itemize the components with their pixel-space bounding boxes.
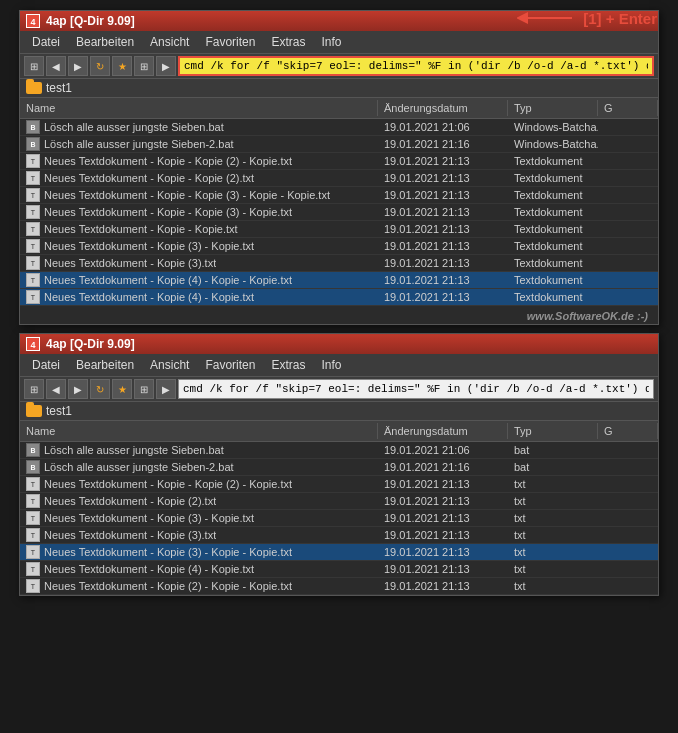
file-name: Neues Textdokument - Kopie - Kopie (2) -… bbox=[44, 478, 292, 490]
tb-star-btn-2[interactable]: ★ bbox=[112, 379, 132, 399]
address-bar-2[interactable] bbox=[178, 379, 654, 399]
file-name-cell: T Neues Textdokument - Kopie (3) - Kopie… bbox=[20, 510, 378, 526]
table-row[interactable]: T Neues Textdokument - Kopie (4) - Kopie… bbox=[20, 272, 658, 289]
table-row[interactable]: T Neues Textdokument - Kopie (4) - Kopie… bbox=[20, 561, 658, 578]
menu-info-1[interactable]: Info bbox=[313, 33, 349, 51]
table-row[interactable]: T Neues Textdokument - Kopie - Kopie (2)… bbox=[20, 153, 658, 170]
menu-bar-2: Datei Bearbeiten Ansicht Favoriten Extra… bbox=[20, 354, 658, 377]
table-row[interactable]: T Neues Textdokument - Kopie (4) - Kopie… bbox=[20, 289, 658, 306]
table-row[interactable]: T Neues Textdokument - Kopie (3) - Kopie… bbox=[20, 510, 658, 527]
col-name-2[interactable]: Name bbox=[20, 423, 378, 439]
tb-star-btn-1[interactable]: ★ bbox=[112, 56, 132, 76]
bat-icon: B bbox=[26, 443, 40, 457]
bat-icon: B bbox=[26, 120, 40, 134]
table-row[interactable]: B Lösch alle ausser jungste Sieben-2.bat… bbox=[20, 136, 658, 153]
tb-refresh-btn-2[interactable]: ↻ bbox=[90, 379, 110, 399]
toolbar-2: ⊞ ◀ ▶ ↻ ★ ⊞ ▶ bbox=[20, 377, 658, 402]
txt-icon: T bbox=[26, 222, 40, 236]
table-row[interactable]: T Neues Textdokument - Kopie - Kopie (2)… bbox=[20, 170, 658, 187]
tb-back-btn-2[interactable]: ◀ bbox=[46, 379, 66, 399]
menu-bearbeiten-1[interactable]: Bearbeiten bbox=[68, 33, 142, 51]
file-g-cell bbox=[598, 296, 658, 298]
file-date-cell: 19.01.2021 21:13 bbox=[378, 494, 508, 508]
table-row[interactable]: T Neues Textdokument - Kopie (3).txt 19.… bbox=[20, 255, 658, 272]
file-name: Neues Textdokument - Kopie - Kopie (3) -… bbox=[44, 189, 330, 201]
table-row[interactable]: T Neues Textdokument - Kopie (3).txt 19.… bbox=[20, 527, 658, 544]
tb-go-btn-1[interactable]: ▶ bbox=[156, 56, 176, 76]
file-type-cell: txt bbox=[508, 477, 598, 491]
tb-fwd-btn-1[interactable]: ▶ bbox=[68, 56, 88, 76]
table-row[interactable]: T Neues Textdokument - Kopie - Kopie (2)… bbox=[20, 476, 658, 493]
menu-bar-1: Datei Bearbeiten Ansicht Favoriten Extra… bbox=[20, 31, 658, 54]
file-name: Lösch alle ausser jungste Sieben-2.bat bbox=[44, 138, 234, 150]
file-name-cell: T Neues Textdokument - Kopie (3) - Kopie… bbox=[20, 544, 378, 560]
file-name-cell: T Neues Textdokument - Kopie - Kopie (3)… bbox=[20, 187, 378, 203]
folder-icon-1 bbox=[26, 82, 42, 94]
tb-grid-btn-1[interactable]: ⊞ bbox=[24, 56, 44, 76]
tb-refresh-btn-1[interactable]: ↻ bbox=[90, 56, 110, 76]
file-name: Neues Textdokument - Kopie (2) - Kopie -… bbox=[44, 580, 292, 592]
file-date-cell: 19.01.2021 21:13 bbox=[378, 205, 508, 219]
menu-ansicht-1[interactable]: Ansicht bbox=[142, 33, 197, 51]
table-row[interactable]: T Neues Textdokument - Kopie (2).txt 19.… bbox=[20, 493, 658, 510]
file-list-1: Name Änderungsdatum Typ G B Lösch alle a… bbox=[20, 98, 658, 306]
col-type-1[interactable]: Typ bbox=[508, 100, 598, 116]
file-name-cell: T Neues Textdokument - Kopie - Kopie.txt bbox=[20, 221, 378, 237]
file-type-cell: Textdokument bbox=[508, 205, 598, 219]
tb-fwd-btn-2[interactable]: ▶ bbox=[68, 379, 88, 399]
file-type-cell: txt bbox=[508, 562, 598, 576]
txt-icon: T bbox=[26, 528, 40, 542]
menu-bearbeiten-2[interactable]: Bearbeiten bbox=[68, 356, 142, 374]
menu-datei-1[interactable]: Datei bbox=[24, 33, 68, 51]
menu-extras-1[interactable]: Extras bbox=[263, 33, 313, 51]
table-row[interactable]: B Lösch alle ausser jungste Sieben.bat 1… bbox=[20, 119, 658, 136]
file-g-cell bbox=[598, 500, 658, 502]
address-bar-1[interactable] bbox=[178, 56, 654, 76]
menu-extras-2[interactable]: Extras bbox=[263, 356, 313, 374]
file-g-cell bbox=[598, 211, 658, 213]
table-row[interactable]: B Lösch alle ausser jungste Sieben-2.bat… bbox=[20, 459, 658, 476]
file-name: Neues Textdokument - Kopie (4) - Kopie.t… bbox=[44, 563, 254, 575]
tb-back-btn-1[interactable]: ◀ bbox=[46, 56, 66, 76]
file-type-cell: bat bbox=[508, 443, 598, 457]
menu-favoriten-1[interactable]: Favoriten bbox=[197, 33, 263, 51]
table-row[interactable]: T Neues Textdokument - Kopie - Kopie (3)… bbox=[20, 204, 658, 221]
col-date-2[interactable]: Änderungsdatum bbox=[378, 423, 508, 439]
file-list-header-2: Name Änderungsdatum Typ G bbox=[20, 421, 658, 442]
file-g-cell bbox=[598, 262, 658, 264]
file-list-1-body: B Lösch alle ausser jungste Sieben.bat 1… bbox=[20, 119, 658, 306]
table-row[interactable]: B Lösch alle ausser jungste Sieben.bat 1… bbox=[20, 442, 658, 459]
tb-go-btn-2[interactable]: ▶ bbox=[156, 379, 176, 399]
table-row[interactable]: T Neues Textdokument - Kopie (3) - Kopie… bbox=[20, 544, 658, 561]
file-g-cell bbox=[598, 585, 658, 587]
menu-datei-2[interactable]: Datei bbox=[24, 356, 68, 374]
file-g-cell bbox=[598, 483, 658, 485]
tb-layout-btn-1[interactable]: ⊞ bbox=[134, 56, 154, 76]
tb-grid-btn-2[interactable]: ⊞ bbox=[24, 379, 44, 399]
toolbar-1: ⊞ ◀ ▶ ↻ ★ ⊞ ▶ bbox=[20, 54, 658, 79]
table-row[interactable]: T Neues Textdokument - Kopie (2) - Kopie… bbox=[20, 578, 658, 595]
menu-ansicht-2[interactable]: Ansicht bbox=[142, 356, 197, 374]
file-name: Neues Textdokument - Kopie - Kopie.txt bbox=[44, 223, 238, 235]
file-name-cell: T Neues Textdokument - Kopie - Kopie (3)… bbox=[20, 204, 378, 220]
window1: 4 4ap [Q-Dir 9.09] Datei Bearbeiten Ansi… bbox=[19, 10, 659, 325]
txt-icon: T bbox=[26, 154, 40, 168]
txt-icon: T bbox=[26, 477, 40, 491]
col-name-1[interactable]: Name bbox=[20, 100, 378, 116]
file-date-cell: 19.01.2021 21:06 bbox=[378, 120, 508, 134]
txt-icon: T bbox=[26, 545, 40, 559]
file-date-cell: 19.01.2021 21:13 bbox=[378, 562, 508, 576]
col-g-2[interactable]: G bbox=[598, 423, 658, 439]
col-g-1[interactable]: G bbox=[598, 100, 658, 116]
menu-favoriten-2[interactable]: Favoriten bbox=[197, 356, 263, 374]
table-row[interactable]: T Neues Textdokument - Kopie - Kopie (3)… bbox=[20, 187, 658, 204]
menu-info-2[interactable]: Info bbox=[313, 356, 349, 374]
table-row[interactable]: T Neues Textdokument - Kopie - Kopie.txt… bbox=[20, 221, 658, 238]
arrow-icon bbox=[517, 8, 577, 28]
col-date-1[interactable]: Änderungsdatum bbox=[378, 100, 508, 116]
table-row[interactable]: T Neues Textdokument - Kopie (3) - Kopie… bbox=[20, 238, 658, 255]
file-g-cell bbox=[598, 279, 658, 281]
tb-layout-btn-2[interactable]: ⊞ bbox=[134, 379, 154, 399]
file-name-cell: T Neues Textdokument - Kopie - Kopie (2)… bbox=[20, 153, 378, 169]
col-type-2[interactable]: Typ bbox=[508, 423, 598, 439]
